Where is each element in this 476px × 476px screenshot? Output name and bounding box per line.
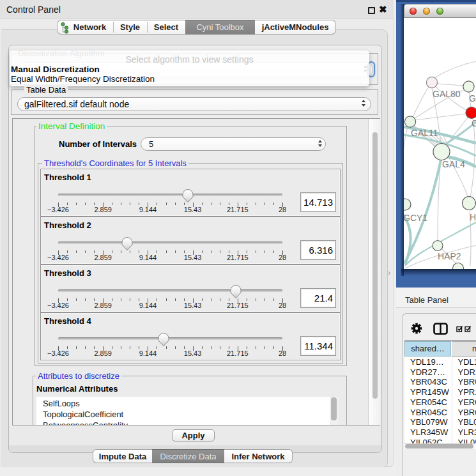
svg-text:GAL80: GAL80: [433, 89, 461, 99]
svg-text:GCY1: GCY1: [404, 213, 427, 223]
svg-text:GAL4: GAL4: [442, 159, 465, 169]
svg-text:GA: GA: [469, 93, 476, 104]
svg-text:HIS: HIS: [470, 212, 476, 222]
svg-text:HAP2: HAP2: [438, 251, 461, 261]
svg-text:CD: CD: [472, 118, 476, 128]
svg-text:GAL11: GAL11: [411, 128, 438, 138]
